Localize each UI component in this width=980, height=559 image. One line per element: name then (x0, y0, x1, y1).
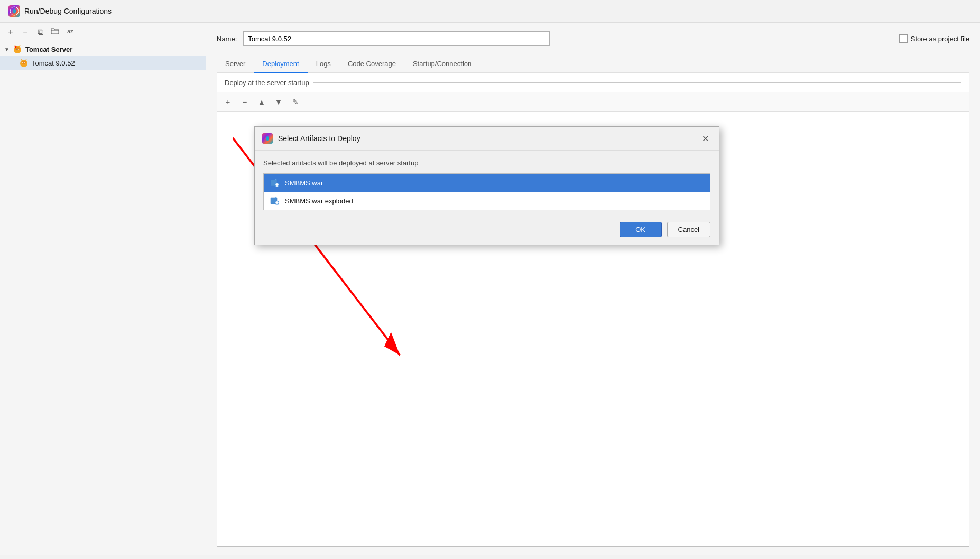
dialog-footer: OK Cancel (255, 217, 719, 245)
svg-marker-20 (275, 179, 277, 180)
svg-text:↕: ↕ (71, 30, 73, 34)
svg-point-7 (16, 49, 17, 50)
copy-config-button[interactable]: ⧉ (34, 26, 47, 39)
name-label: Name: (217, 35, 237, 43)
tab-deployment[interactable]: Deployment (254, 55, 307, 73)
artifact-war-icon (270, 178, 280, 188)
artifact-item-war-exploded[interactable]: SMBMS:war exploded (264, 192, 710, 210)
deploy-section: Deploy at the server startup + − ▲ ▼ ✎ (217, 73, 969, 547)
deploy-toolbar: + − ▲ ▼ ✎ (217, 92, 969, 112)
chevron-down-icon: ▼ (4, 46, 10, 52)
tree-parent-tomcat-server[interactable]: ▼ Tomcat Server (0, 42, 206, 56)
artifact-item-war[interactable]: SMBMS:war (264, 174, 710, 192)
svg-marker-29 (275, 197, 277, 198)
window-title: Run/Debug Configurations (24, 7, 112, 15)
artifact-list: SMBMS:war (263, 173, 710, 210)
svg-point-15 (23, 63, 23, 63)
tab-code-coverage[interactable]: Code Coverage (339, 55, 404, 73)
deploy-remove-button[interactable]: − (238, 96, 251, 108)
add-config-button[interactable]: + (4, 26, 17, 39)
tabs-bar: Server Deployment Logs Code Coverage Sta… (217, 55, 969, 73)
deploy-down-button[interactable]: ▼ (272, 96, 285, 108)
deploy-header-line (313, 82, 961, 83)
tomcat-child-icon (19, 58, 29, 68)
svg-point-23 (276, 184, 278, 186)
deploy-header: Deploy at the server startup (217, 73, 969, 92)
store-project-checkbox[interactable] (899, 34, 908, 43)
select-artifacts-dialog: Select Artifacts to Deploy ✕ Selected ar… (254, 126, 719, 245)
dialog-body: Selected artifacts will be deployed at s… (255, 151, 719, 217)
deploy-header-text: Deploy at the server startup (225, 79, 309, 87)
svg-rect-35 (278, 202, 279, 203)
svg-point-16 (25, 63, 25, 63)
svg-rect-24 (276, 183, 278, 184)
svg-rect-26 (275, 184, 276, 185)
dialog-close-button[interactable]: ✕ (699, 132, 711, 145)
deploy-add-button[interactable]: + (221, 96, 234, 108)
tab-logs[interactable]: Logs (308, 55, 339, 73)
svg-rect-27 (278, 184, 279, 185)
title-bar: Run/Debug Configurations (0, 0, 980, 23)
store-project-label: Store as project file (911, 35, 969, 43)
dialog-app-icon (262, 133, 273, 144)
name-row: Name: Store as project file (217, 31, 969, 46)
svg-point-12 (22, 61, 26, 64)
remove-config-button[interactable]: − (19, 26, 32, 39)
tree-parent-label: Tomcat Server (25, 45, 72, 53)
svg-rect-33 (276, 204, 278, 205)
deploy-edit-button[interactable]: ✎ (289, 96, 302, 108)
right-panel: Name: Store as project file Server Deplo… (206, 23, 980, 555)
artifact-war-label: SMBMS:war (285, 179, 323, 187)
name-input[interactable] (243, 31, 550, 46)
tree-child-tomcat[interactable]: Tomcat 9.0.52 (0, 56, 206, 70)
artifact-war-exploded-icon (270, 196, 280, 206)
left-toolbar: + − ⧉ az ↕ (0, 23, 206, 42)
svg-point-8 (19, 49, 19, 50)
tree-child-label: Tomcat 9.0.52 (32, 59, 75, 67)
svg-point-31 (276, 202, 278, 204)
main-layout: + − ⧉ az ↕ (0, 23, 980, 555)
cancel-button[interactable]: Cancel (667, 222, 710, 237)
tomcat-server-icon (13, 44, 22, 54)
dialog-description: Selected artifacts will be deployed at s… (263, 159, 710, 167)
svg-rect-34 (275, 202, 276, 203)
left-panel: + − ⧉ az ↕ (0, 23, 206, 555)
svg-rect-32 (276, 201, 278, 202)
svg-rect-25 (276, 186, 278, 187)
sort-button[interactable]: az ↕ (63, 26, 76, 39)
app-icon (8, 5, 20, 17)
deploy-up-button[interactable]: ▲ (255, 96, 268, 108)
ok-button[interactable]: OK (620, 222, 662, 237)
artifact-war-exploded-label: SMBMS:war exploded (285, 197, 353, 205)
folder-button[interactable] (49, 26, 61, 39)
tab-server[interactable]: Server (217, 55, 254, 73)
dialog-title-bar: Select Artifacts to Deploy ✕ (255, 127, 719, 151)
store-project-area: Store as project file (899, 34, 969, 43)
tab-startup-connection[interactable]: Startup/Connection (404, 55, 480, 73)
dialog-title: Select Artifacts to Deploy (278, 134, 694, 143)
